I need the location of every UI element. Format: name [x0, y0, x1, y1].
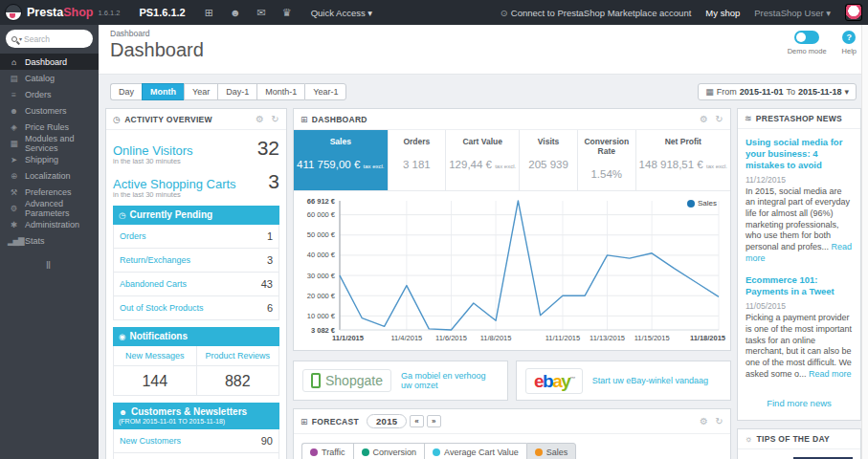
quick-access-menu[interactable]: Quick Access ▾: [311, 8, 372, 18]
sidebar-item-advanced-parameters[interactable]: ⚙Advanced Parameters: [0, 200, 99, 216]
product-reviews-link[interactable]: Product Reviews: [197, 346, 279, 366]
sidebar-item-localization[interactable]: ⊕Localization: [0, 167, 99, 184]
sidebar-item-shipping[interactable]: ➤Shipping: [0, 151, 99, 167]
sidebar-item-catalog[interactable]: ▤Catalog: [0, 70, 99, 86]
ebay-link[interactable]: Start uw eBay-winkel vandaag: [592, 376, 708, 385]
filter-month-button[interactable]: Month: [142, 83, 184, 100]
abandoned-carts-link[interactable]: Abandoned Carts: [120, 279, 187, 289]
out-of-stock-link[interactable]: Out of Stock Products: [120, 303, 204, 313]
scrollbar[interactable]: [861, 25, 868, 459]
chart-legend[interactable]: Sales: [687, 199, 717, 208]
kpi-cart-value[interactable]: Cart Value129,44 € tax excl.: [446, 130, 520, 190]
sidebar-item-preferences[interactable]: ⚒Preferences: [0, 184, 99, 200]
returns-link[interactable]: Return/Exchanges: [120, 255, 190, 265]
filter-day-1-button[interactable]: Day-1: [217, 83, 256, 100]
svg-text:11/4/2015: 11/4/2015: [390, 334, 422, 342]
demo-mode-toggle[interactable]: Demo mode: [788, 31, 827, 55]
filter-year-1-button[interactable]: Year-1: [304, 83, 346, 100]
tag-icon: ◈: [8, 122, 19, 132]
svg-text:11/1/2015: 11/1/2015: [332, 334, 364, 342]
sidebar-item-stats[interactable]: ▂▅▇Stats: [0, 232, 99, 249]
gear-icon[interactable]: ⚙: [700, 416, 708, 426]
marketplace-link[interactable]: ⊙Connect to PrestaShop Marketplace accou…: [501, 8, 692, 18]
filter-year-button[interactable]: Year: [184, 83, 217, 100]
clock-icon: ◷: [119, 210, 125, 220]
sidebar-item-modules[interactable]: ▦Modules and Services: [0, 135, 99, 151]
phone-icon: [311, 373, 321, 388]
customers-newsletters-header: ☻Customers & Newsletters(FROM 2015-11-01…: [113, 403, 279, 429]
shopgate-link[interactable]: Ga mobiel en verhoog uw omzet: [401, 371, 499, 390]
active-carts-value: 3: [268, 170, 279, 193]
new-messages-link[interactable]: New Messages: [114, 346, 196, 366]
messages-icon[interactable]: ✉: [257, 7, 266, 19]
find-more-news-link[interactable]: Find more news: [746, 390, 853, 418]
forecast-year[interactable]: 2015: [367, 414, 407, 428]
gear-icon[interactable]: ⚙: [256, 114, 264, 124]
rewind-icon[interactable]: «: [410, 415, 424, 427]
read-more-link[interactable]: Read more: [809, 369, 852, 379]
filter-month-1-button[interactable]: Month-1: [256, 83, 304, 100]
refresh-icon[interactable]: ↻: [271, 114, 279, 124]
kpi-sales[interactable]: Sales411 759,00 € tax excl.: [294, 130, 389, 190]
sidebar-item-price-rules[interactable]: ◈Price Rules: [0, 119, 99, 135]
breadcrumb[interactable]: Dashboard: [110, 29, 857, 38]
forward-icon[interactable]: »: [427, 415, 441, 427]
gear-icon[interactable]: ⚙: [700, 114, 708, 124]
search-icon: [11, 36, 17, 42]
sidebar-item-administration[interactable]: ✱Administration: [0, 216, 99, 232]
orders-link[interactable]: Orders: [120, 231, 146, 241]
cart-icon[interactable]: ⊞: [205, 7, 213, 19]
refresh-icon[interactable]: ↻: [715, 416, 723, 426]
table-row: New Customers90: [113, 429, 279, 453]
article-title-link[interactable]: Ecommerce 101: Payments in a Tweet: [746, 274, 853, 297]
kpi-conversion-rate[interactable]: Conversion Rate1.54%: [578, 130, 636, 190]
notifications-header: ◉Notifications: [113, 327, 279, 346]
forecast-sales-toggle[interactable]: Sales: [526, 443, 577, 459]
sales-chart: 3 082 €10 000 €20 000 €30 000 €40 000 €5…: [294, 191, 730, 350]
my-shop-link[interactable]: My shop: [705, 8, 740, 18]
sidebar-item-dashboard[interactable]: ⌂Dashboard: [0, 54, 99, 70]
customers-icon[interactable]: ☻: [230, 7, 241, 19]
new-customers-link[interactable]: New Customers: [120, 436, 181, 446]
news-article: Using social media for your business: 4 …: [746, 137, 853, 264]
sidebar-item-customers[interactable]: ☻Customers: [0, 102, 99, 119]
online-visitors-sub: in the last 30 minutes: [113, 157, 279, 165]
achievements-icon[interactable]: ♛: [282, 7, 292, 19]
article-title-link[interactable]: Using social media for your business: 4 …: [746, 137, 853, 171]
ebay-letter: y: [561, 371, 569, 391]
table-row: Out of Stock Products6: [113, 296, 279, 320]
prestashop-news-panel: ≋ PRESTASHOP NEWS Using social media for…: [737, 108, 861, 421]
sidebar-search[interactable]: ▾: [6, 30, 93, 48]
online-visitors-link[interactable]: Online Visitors: [113, 143, 193, 158]
toggle-icon[interactable]: [794, 31, 819, 44]
help-button[interactable]: ? Help: [842, 31, 857, 55]
svg-text:11/15/2015: 11/15/2015: [634, 334, 670, 342]
kpi-visits[interactable]: Visits205 939: [520, 130, 578, 190]
sidebar-collapse-button[interactable]: ‖: [0, 260, 99, 271]
avatar[interactable]: [845, 4, 862, 21]
bar-chart-icon: ▂▅▇: [8, 236, 19, 246]
svg-text:66 912 €: 66 912 €: [307, 197, 336, 206]
forecast-conversion-toggle[interactable]: Conversion: [353, 443, 425, 459]
news-panel-title: PRESTASHOP NEWS: [756, 114, 842, 123]
globe-icon: ⊕: [8, 171, 19, 181]
sidebar-item-orders[interactable]: ≡Orders: [0, 86, 99, 102]
forecast-traffic-toggle[interactable]: Traffic: [301, 443, 353, 459]
person-icon: ☻: [119, 407, 127, 417]
forecast-avg-cart-toggle[interactable]: Average Cart Value: [424, 443, 526, 459]
date-range-button[interactable]: ▦ From2015-11-01 To2015-11-18 ▾: [698, 83, 857, 100]
lightbulb-icon: ☼: [745, 434, 753, 444]
brand[interactable]: PrestaShop 1.6.1.2: [0, 4, 127, 21]
ebay-letter: b: [543, 371, 552, 391]
search-input[interactable]: [24, 34, 74, 44]
active-carts-link[interactable]: Active Shopping Carts: [113, 177, 236, 191]
user-menu[interactable]: PrestaShop User ▾: [754, 8, 831, 18]
group-icon: ☻: [8, 106, 19, 116]
main-area: Dashboard Dashboard Demo mode ? Help Day…: [99, 25, 868, 459]
filter-day-button[interactable]: Day: [110, 83, 142, 100]
article-excerpt: Picking a payment provider is one of the…: [746, 313, 853, 380]
refresh-icon[interactable]: ↻: [715, 114, 723, 124]
help-icon[interactable]: ?: [842, 31, 856, 44]
kpi-orders[interactable]: Orders3 181: [389, 130, 447, 190]
kpi-net-profit[interactable]: Net Profit148 918,51 € tax excl.: [636, 130, 730, 190]
